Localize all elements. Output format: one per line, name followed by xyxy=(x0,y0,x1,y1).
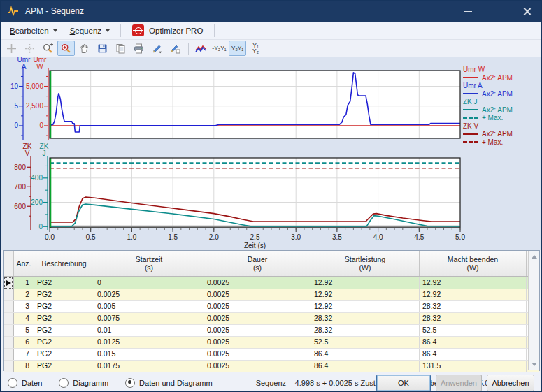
umrichter-chart[interactable]: 0510UmrA02,5005,000UmrW xyxy=(1,57,542,143)
column-header-startleistung[interactable]: Startleistung(W) xyxy=(311,251,420,276)
cell-beschreibung[interactable]: PG2 xyxy=(34,277,94,289)
crosshair-icon[interactable] xyxy=(3,41,20,56)
cell-startzeit[interactable]: 0.01 xyxy=(94,325,204,336)
cell-macht_beenden[interactable]: 86.4 xyxy=(420,337,527,348)
scroll-down-button[interactable] xyxy=(529,359,539,370)
cell-anz[interactable]: 7 xyxy=(14,349,34,360)
cell-dauer[interactable]: 0.0025 xyxy=(204,289,311,300)
column-header-dauer[interactable]: Dauer(s) xyxy=(204,251,311,276)
cell-startzeit[interactable]: 0.005 xyxy=(94,301,204,312)
print-icon[interactable] xyxy=(130,41,148,56)
table-row[interactable]: 2PG20.00250.002512.9212.92 xyxy=(4,289,539,301)
zoom-icon[interactable] xyxy=(39,41,57,56)
cell-anz[interactable]: 5 xyxy=(14,325,34,336)
optimizer-pro-button[interactable]: Optimizer PRO xyxy=(125,23,210,38)
copy-icon[interactable] xyxy=(112,41,129,56)
pan-hand-icon[interactable] xyxy=(76,41,93,56)
cell-startleistung[interactable]: 86.4 xyxy=(311,361,420,372)
cell-macht_beenden[interactable]: 28.32 xyxy=(420,301,527,312)
cell-anz[interactable]: 3 xyxy=(14,301,34,312)
cell-beschreibung[interactable]: PG2 xyxy=(34,289,94,300)
cell-dauer[interactable]: 0.0025 xyxy=(204,349,311,360)
cell-dauer[interactable]: 0.0025 xyxy=(204,337,311,348)
cell-beschreibung[interactable]: PG2 xyxy=(34,325,94,336)
axes-y1-over-y2-icon[interactable]: Y₁Y₂ xyxy=(247,41,264,56)
cell-macht_beenden[interactable]: 12.92 xyxy=(420,277,527,289)
cell-macht_beenden[interactable]: 28.32 xyxy=(420,313,527,324)
zwischenkreis-chart[interactable]: 600700800ZKV0200400ZKJ0.00.51.01.52.02.5… xyxy=(1,143,542,250)
cell-dauer[interactable]: 0.0025 xyxy=(204,277,311,289)
cell-macht_beenden[interactable]: 86.4 xyxy=(420,349,527,360)
cell-beschreibung[interactable]: PG2 xyxy=(34,337,94,348)
row-selector-cell[interactable] xyxy=(4,349,14,360)
row-selector-cell[interactable] xyxy=(4,313,14,324)
cell-startleistung[interactable]: 12.92 xyxy=(311,289,420,300)
close-button[interactable] xyxy=(512,1,541,22)
table-row[interactable]: 6PG20.01250.002552.586.4 xyxy=(4,337,539,349)
cell-anz[interactable]: 6 xyxy=(14,337,34,348)
axes-y2y1-icon[interactable]: Y₂Y₁ xyxy=(229,41,246,56)
cell-macht_beenden[interactable]: 52.5 xyxy=(420,325,527,336)
cell-startleistung[interactable]: 12.92 xyxy=(311,301,420,312)
row-selector-cell[interactable] xyxy=(4,361,14,372)
maximize-button[interactable] xyxy=(483,1,512,22)
zoom-in-icon[interactable] xyxy=(57,41,75,56)
abbrechen-button[interactable]: Abbrechen xyxy=(487,375,534,391)
anwenden-button[interactable]: Anwenden xyxy=(436,375,482,391)
cell-macht_beenden[interactable]: 12.92 xyxy=(420,289,527,300)
row-selector-cell[interactable] xyxy=(4,277,14,289)
minimize-button[interactable] xyxy=(453,1,483,22)
cell-beschreibung[interactable]: PG2 xyxy=(34,361,94,372)
cell-dauer[interactable]: 0.0025 xyxy=(204,361,311,372)
cell-startzeit[interactable]: 0.0025 xyxy=(94,289,204,300)
table-row[interactable]: 7PG20.0150.002586.486.4 xyxy=(4,349,539,361)
row-selector-cell[interactable] xyxy=(4,337,14,348)
table-row[interactable]: 5PG20.010.002528.3252.5 xyxy=(4,325,539,337)
cell-startzeit[interactable]: 0.0175 xyxy=(94,361,204,372)
save-icon[interactable] xyxy=(94,41,111,56)
table-row[interactable]: 3PG20.0050.002512.9228.32 xyxy=(4,301,539,313)
row-selector-cell[interactable] xyxy=(4,301,14,312)
cell-startleistung[interactable]: 12.92 xyxy=(311,277,420,289)
cell-macht_beenden[interactable]: 131.5 xyxy=(420,361,527,372)
cell-startleistung[interactable]: 28.32 xyxy=(311,313,420,324)
cell-startzeit[interactable]: 0.0125 xyxy=(94,337,204,348)
table-row[interactable]: 4PG20.00750.002528.3228.32 xyxy=(4,313,539,325)
row-selector-cell[interactable] xyxy=(4,325,14,336)
pencil-note-icon[interactable] xyxy=(166,41,184,56)
cell-anz[interactable]: 4 xyxy=(14,313,34,324)
curves-icon[interactable] xyxy=(192,41,210,56)
cell-startleistung[interactable]: 52.5 xyxy=(311,337,420,348)
radio-daten[interactable]: Daten xyxy=(8,378,42,388)
menu-sequenz[interactable]: Sequenz xyxy=(64,24,116,37)
radio-diagramm[interactable]: Diagramm xyxy=(59,378,108,388)
row-selector-cell[interactable] xyxy=(4,289,14,300)
menu-bearbeiten[interactable]: Bearbeiten xyxy=(3,24,64,37)
crosshair-dashed-icon[interactable] xyxy=(21,41,38,56)
ok-button[interactable]: OK xyxy=(376,375,431,391)
cell-dauer[interactable]: 0.0025 xyxy=(204,313,311,324)
cell-startzeit[interactable]: 0 xyxy=(94,277,204,289)
table-row[interactable]: 8PG20.01750.002586.4131.5 xyxy=(4,361,539,372)
column-header-macht-beenden[interactable]: Macht beenden(W) xyxy=(420,251,527,276)
cell-anz[interactable]: 8 xyxy=(14,361,34,372)
scroll-up-button[interactable] xyxy=(529,252,539,262)
cell-anz[interactable]: 1 xyxy=(14,277,34,289)
cell-beschreibung[interactable]: PG2 xyxy=(34,301,94,312)
cell-startzeit[interactable]: 0.015 xyxy=(94,349,204,360)
cell-dauer[interactable]: 0.0025 xyxy=(204,301,311,312)
pencil-dropdown-icon[interactable] xyxy=(148,41,166,56)
column-header-startzeit[interactable]: Startzeit(s) xyxy=(94,251,204,276)
axes-minus-y2y1-icon[interactable]: -Y₂Y₁ xyxy=(211,41,228,56)
cell-beschreibung[interactable]: PG2 xyxy=(34,313,94,324)
cell-startzeit[interactable]: 0.0075 xyxy=(94,313,204,324)
column-header-beschreibung[interactable]: Beschreibung xyxy=(34,251,94,276)
cell-dauer[interactable]: 0.0025 xyxy=(204,325,311,336)
radio-daten-und-diagramm[interactable]: Daten und Diagramm xyxy=(125,378,213,388)
cell-beschreibung[interactable]: PG2 xyxy=(34,349,94,360)
column-header-anz-[interactable]: Anz. xyxy=(14,251,34,276)
cell-anz[interactable]: 2 xyxy=(14,289,34,300)
cell-startleistung[interactable]: 28.32 xyxy=(311,325,420,336)
cell-startleistung[interactable]: 86.4 xyxy=(311,349,420,360)
table-row[interactable]: 1PG200.002512.9212.92 xyxy=(4,277,539,289)
